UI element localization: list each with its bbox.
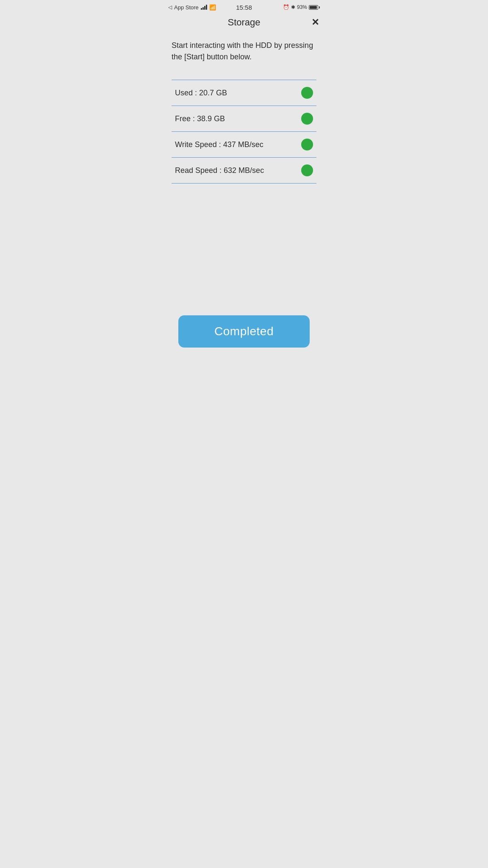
status-dot-read <box>301 164 313 176</box>
stat-row-free: Free : 38.9 GB <box>172 106 316 132</box>
nav-bar: Storage ✕ <box>161 14 327 31</box>
completed-button[interactable]: Completed <box>178 315 310 348</box>
stat-label-write: Write Speed : 437 MB/sec <box>175 140 263 149</box>
wifi-icon: 📶 <box>209 4 216 11</box>
status-dot-write <box>301 139 313 150</box>
bottom-container: Completed <box>161 315 327 348</box>
battery-tip <box>319 6 320 8</box>
stat-row-write: Write Speed : 437 MB/sec <box>172 132 316 158</box>
back-icon: ◁ <box>168 4 172 10</box>
bluetooth-icon: ✱ <box>291 4 295 10</box>
status-dot-used <box>301 87 313 99</box>
status-dot-free <box>301 113 313 125</box>
stat-row-used: Used : 20.7 GB <box>172 80 316 106</box>
description-text: Start interacting with the HDD by pressi… <box>172 40 316 63</box>
content-area: Start interacting with the HDD by pressi… <box>161 31 327 184</box>
stat-label-free: Free : 38.9 GB <box>175 114 225 123</box>
status-left: ◁ App Store 📶 <box>168 4 216 11</box>
stats-list: Used : 20.7 GB Free : 38.9 GB Write Spee… <box>172 80 316 184</box>
battery-fill <box>310 6 317 9</box>
status-bar: ◁ App Store 📶 15:58 ⏰ ✱ 93% <box>161 0 327 14</box>
status-right: ⏰ ✱ 93% <box>283 4 320 10</box>
status-time: 15:58 <box>236 4 252 11</box>
signal-bars <box>201 5 207 10</box>
stat-label-used: Used : 20.7 GB <box>175 89 227 97</box>
close-button[interactable]: ✕ <box>311 18 319 27</box>
battery-body <box>309 5 318 10</box>
alarm-icon: ⏰ <box>283 4 289 10</box>
stat-row-read: Read Speed : 632 MB/sec <box>172 158 316 184</box>
carrier-label: App Store <box>174 4 199 11</box>
page-title: Storage <box>227 17 260 28</box>
battery-percent: 93% <box>297 4 307 10</box>
battery <box>309 5 320 10</box>
stat-label-read: Read Speed : 632 MB/sec <box>175 166 264 175</box>
